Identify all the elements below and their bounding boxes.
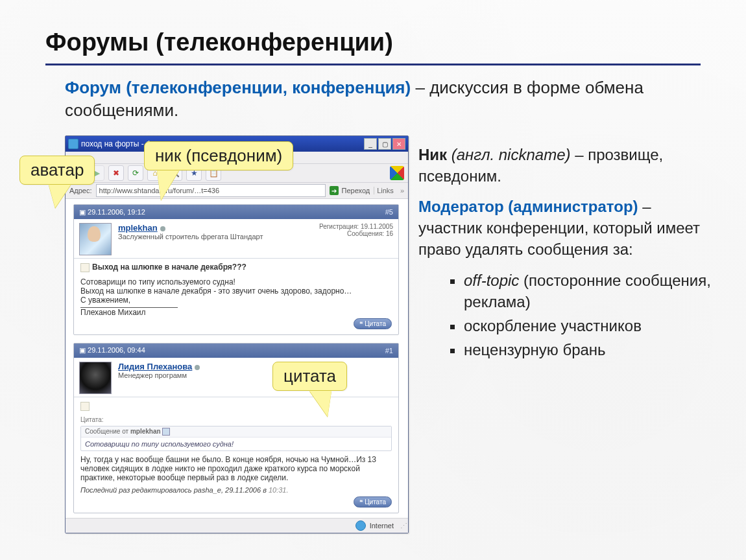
right-column: Ник (англ. nickname) – прозвище, псевдон… xyxy=(418,144,717,363)
links-label: Links xyxy=(374,187,396,194)
username-link[interactable]: Лидия Плеханова xyxy=(118,362,192,371)
globe-icon xyxy=(355,520,366,531)
post-subject: Выход на шлюпке в начале декабря??? xyxy=(92,262,247,272)
page-icon xyxy=(80,402,90,411)
post-date: 29.11.2006, 19:12 xyxy=(88,208,145,216)
post-date: 29.11.2006, 09:44 xyxy=(88,346,145,354)
post-header: ▣ 29.11.2006, 19:12 #5 xyxy=(74,205,398,219)
post-line: Сотоварищи по типу используемого судна! xyxy=(80,277,392,286)
moderator-list: off-topic (посторонние сообщения, реклам… xyxy=(464,270,717,360)
list-item: нецензурную брань xyxy=(464,339,717,360)
title-underline xyxy=(45,64,701,65)
status-bar: Internet ⋰ xyxy=(66,518,408,533)
post-number: #5 xyxy=(385,208,393,216)
user-role: Менеджер программ xyxy=(118,371,393,379)
callout-label: аватар xyxy=(19,156,95,185)
intro-sep: – xyxy=(411,78,429,97)
slide-title: Форумы (телеконференции) xyxy=(45,29,393,56)
avatar xyxy=(79,362,112,394)
quote-body: Сотоварищи по типу используемого судна! xyxy=(81,438,391,450)
status-dot-icon xyxy=(195,365,200,370)
go-label: Переход xyxy=(341,187,370,194)
username-link[interactable]: mplekhan xyxy=(118,223,158,233)
msgcount-label: Сообщения: xyxy=(347,230,384,237)
nick-term: Ник xyxy=(418,146,447,163)
post-body: Выход на шлюпке в начале декабря??? Сото… xyxy=(74,259,398,334)
callout-quote: цитата xyxy=(272,362,347,391)
page-icon xyxy=(80,263,90,272)
quote-title: Цитата: xyxy=(80,416,392,423)
post-text: Ну, тогда у нас вообще башни не было. В … xyxy=(80,455,392,482)
edited-note: Последний раз редактировалось pasha_e, 2… xyxy=(80,486,392,494)
reg-value: 19.11.2005 xyxy=(361,223,393,230)
post-signature: Плеханов Михаил xyxy=(80,308,392,317)
intro-term: Форум (телеконференции, конференция) xyxy=(65,78,411,97)
quote-button[interactable]: Цитата xyxy=(354,496,392,508)
maximize-button[interactable]: ▢ xyxy=(378,138,391,150)
minimize-button[interactable]: _ xyxy=(364,138,377,150)
close-button[interactable]: ✕ xyxy=(392,138,405,150)
quote-from-nick: mplekhan xyxy=(130,428,161,435)
ie-icon xyxy=(68,139,78,149)
address-label: Адрес: xyxy=(69,187,92,194)
nick-paren: (англ. nickname) xyxy=(447,146,575,163)
address-bar: Адрес: http://www.shtandart.ru/forum/…t=… xyxy=(66,183,408,199)
user-reginfo: Регистрация: 19.11.2005 Сообщения: 16 xyxy=(319,223,393,255)
callout-label: ник (псевдоним) xyxy=(144,141,293,170)
browser-window: поход на форты - Фор… _ ▢ ✕ ◀ ▶ ✖ ⟳ ⌂ 🔍 … xyxy=(65,135,409,533)
post-body: Цитата: Сообщение от mplekhan Сотоварищи… xyxy=(74,397,398,513)
post-number: #1 xyxy=(385,347,393,355)
reg-label: Регистрация: xyxy=(319,223,359,230)
browser-viewport: ▣ 29.11.2006, 19:12 #5 mplekhan Заслужен… xyxy=(66,198,408,519)
stop-button[interactable]: ✖ xyxy=(108,165,124,181)
post-line: С уважением, xyxy=(80,296,392,305)
moderator-term: Модератор (администратор) xyxy=(418,198,638,215)
forum-post: ▣ 29.11.2006, 19:12 #5 mplekhan Заслужен… xyxy=(73,204,399,335)
user-role: Заслуженный строитель фрегата Штандарт xyxy=(118,233,313,240)
url-input[interactable]: http://www.shtandart.ru/forum/…t=436 xyxy=(96,184,326,197)
list-item: off-topic (посторонние сообщения, реклам… xyxy=(464,270,717,312)
callout-avatar: аватар xyxy=(19,156,95,185)
avatar xyxy=(79,223,112,255)
resize-grip-icon: ⋰ xyxy=(399,522,408,530)
link-popup-icon[interactable] xyxy=(162,428,170,436)
windows-flag-icon xyxy=(390,166,404,180)
status-dot-icon xyxy=(160,226,165,231)
forum-post: ▣ 29.11.2006, 09:44 #1 Лидия Плеханова М… xyxy=(73,343,399,513)
msgcount-value: 16 xyxy=(386,230,393,237)
post-line: Выход на шлюпке в начале декабря - это з… xyxy=(80,286,392,296)
post-header: ▣ 29.11.2006, 09:44 #1 xyxy=(74,344,398,358)
quote-button[interactable]: Цитата xyxy=(354,318,392,329)
callout-label: цитата xyxy=(272,362,347,391)
offtopic-ital: off-topic xyxy=(464,272,519,289)
go-arrow-icon: ➔ xyxy=(330,186,339,195)
security-zone: Internet xyxy=(370,522,394,530)
intro-text: Форум (телеконференции, конференция) – д… xyxy=(65,76,688,122)
go-button[interactable]: ➔ Переход xyxy=(330,186,370,195)
quote-from-label: Сообщение от xyxy=(85,428,130,435)
list-item: оскорбление участников xyxy=(464,315,717,336)
reload-button[interactable]: ⟳ xyxy=(128,165,143,181)
callout-nick: ник (псевдоним) xyxy=(144,141,293,170)
quote-box: Сообщение от mplekhan Сотоварищи по типу… xyxy=(80,426,392,451)
